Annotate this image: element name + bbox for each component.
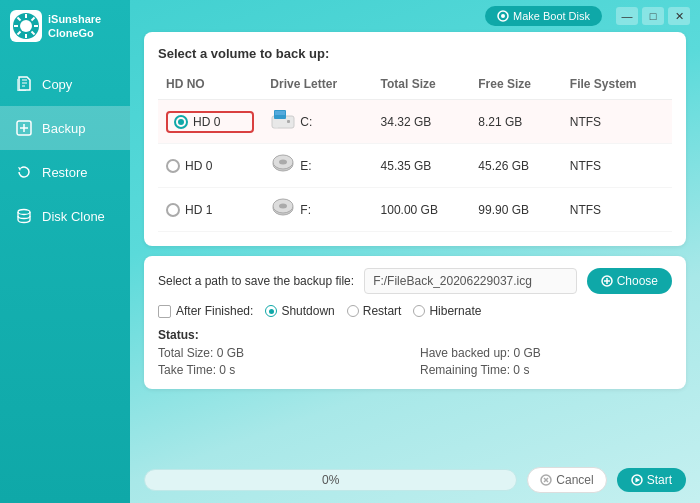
total-size-status: Total Size: 0 GB <box>158 346 410 360</box>
total-size-cell: 34.32 GB <box>373 100 471 144</box>
volume-panel-title: Select a volume to back up: <box>158 46 672 61</box>
status-section: Status: Total Size: 0 GB Have backed up:… <box>158 328 672 377</box>
hd-label: HD 0 <box>193 115 220 129</box>
app-name: iSunshare CloneGo <box>48 12 101 41</box>
start-icon <box>631 474 643 486</box>
drive-label: C: <box>300 115 312 129</box>
fs-cell: NTFS <box>562 144 672 188</box>
sidebar: iSunshare CloneGo Copy Ba <box>0 0 130 503</box>
svg-point-13 <box>18 210 30 215</box>
drive-icon <box>270 196 296 223</box>
total-size-cell: 45.35 GB <box>373 144 471 188</box>
drive-icon <box>270 152 296 179</box>
choose-button[interactable]: Choose <box>587 268 672 294</box>
minimize-button[interactable]: — <box>616 7 638 25</box>
remaining-time-status: Remaining Time: 0 s <box>420 363 672 377</box>
after-finished-label: After Finished: <box>176 304 253 318</box>
boot-disk-label: Make Boot Disk <box>513 10 590 22</box>
restore-icon <box>14 162 34 182</box>
shutdown-option[interactable]: Shutdown <box>265 304 334 318</box>
titlebar: Make Boot Disk — □ ✕ <box>130 0 700 32</box>
start-button[interactable]: Start <box>617 468 686 492</box>
sidebar-item-backup-label: Backup <box>42 121 85 136</box>
close-button[interactable]: ✕ <box>668 7 690 25</box>
total-size-cell: 100.00 GB <box>373 188 471 232</box>
svg-text:⊞: ⊞ <box>274 124 278 130</box>
hd-label: HD 0 <box>185 159 212 173</box>
fs-cell: NTFS <box>562 188 672 232</box>
svg-point-1 <box>20 20 32 32</box>
col-file-system: File System <box>562 73 672 100</box>
restart-radio[interactable] <box>347 305 359 317</box>
sidebar-item-restore-label: Restore <box>42 165 88 180</box>
svg-rect-18 <box>275 111 285 115</box>
drive-letter-cell: ⊞ C: <box>262 100 372 144</box>
make-boot-disk-button[interactable]: Make Boot Disk <box>485 6 602 26</box>
free-size-cell: 8.21 GB <box>470 100 562 144</box>
path-input[interactable] <box>364 268 577 294</box>
cancel-icon <box>540 474 552 486</box>
drive-label: F: <box>300 203 311 217</box>
main-area: Make Boot Disk — □ ✕ Select a volume to … <box>130 0 700 503</box>
table-row[interactable]: HD 0 <box>158 144 672 188</box>
radio-button[interactable] <box>166 159 180 173</box>
svg-point-26 <box>279 204 287 209</box>
free-size-cell: 45.26 GB <box>470 144 562 188</box>
radio-button[interactable] <box>166 203 180 217</box>
progress-area: 0% Cancel Start <box>130 457 700 503</box>
sidebar-item-copy-label: Copy <box>42 77 72 92</box>
disk-clone-icon <box>14 206 34 226</box>
finish-options-group: Shutdown Restart Hibernate <box>265 304 481 318</box>
hibernate-label: Hibernate <box>429 304 481 318</box>
col-free-size: Free Size <box>470 73 562 100</box>
drive-letter-cell: E: <box>262 144 372 188</box>
cancel-label: Cancel <box>556 473 593 487</box>
sidebar-item-backup[interactable]: Backup <box>0 106 130 150</box>
hd-no-cell: HD 0 <box>158 100 262 144</box>
boot-disk-icon <box>497 10 509 22</box>
maximize-button[interactable]: □ <box>642 7 664 25</box>
radio-button[interactable] <box>174 115 188 129</box>
volume-panel: Select a volume to back up: HD NO Drive … <box>144 32 686 246</box>
fs-cell: NTFS <box>562 100 672 144</box>
progress-bar-container: 0% <box>144 469 517 491</box>
sidebar-nav: Copy Backup Restore <box>0 62 130 238</box>
svg-point-15 <box>501 14 505 18</box>
free-size-cell: 99.90 GB <box>470 188 562 232</box>
sidebar-item-copy[interactable]: Copy <box>0 62 130 106</box>
hibernate-radio[interactable] <box>413 305 425 317</box>
take-time-status: Take Time: 0 s <box>158 363 410 377</box>
logo: iSunshare CloneGo <box>0 0 130 52</box>
volume-table: HD NO Drive Letter Total Size Free Size … <box>158 73 672 232</box>
sidebar-item-restore[interactable]: Restore <box>0 150 130 194</box>
svg-rect-19 <box>287 120 290 123</box>
restart-option[interactable]: Restart <box>347 304 402 318</box>
shutdown-radio[interactable] <box>265 305 277 317</box>
drive-icon: ⊞ <box>270 108 296 135</box>
svg-marker-34 <box>635 478 640 483</box>
have-backed-up-status: Have backed up: 0 GB <box>420 346 672 360</box>
col-drive-letter: Drive Letter <box>262 73 372 100</box>
hd-no-cell: HD 0 <box>158 144 262 188</box>
restart-label: Restart <box>363 304 402 318</box>
hibernate-option[interactable]: Hibernate <box>413 304 481 318</box>
progress-percent: 0% <box>322 473 339 487</box>
table-row[interactable]: HD 0 <box>158 100 672 144</box>
sidebar-item-disk-clone[interactable]: Disk Clone <box>0 194 130 238</box>
hd-label: HD 1 <box>185 203 212 217</box>
copy-icon <box>14 74 34 94</box>
choose-label: Choose <box>617 274 658 288</box>
drive-letter-cell: F: <box>262 188 372 232</box>
checkbox[interactable] <box>158 305 171 318</box>
table-row[interactable]: HD 1 <box>158 188 672 232</box>
start-label: Start <box>647 473 672 487</box>
path-label: Select a path to save the backup file: <box>158 274 354 288</box>
col-total-size: Total Size <box>373 73 471 100</box>
cancel-button[interactable]: Cancel <box>527 467 606 493</box>
choose-icon <box>601 275 613 287</box>
status-grid: Total Size: 0 GB Have backed up: 0 GB Ta… <box>158 346 672 377</box>
status-title: Status: <box>158 328 672 342</box>
after-finished-checkbox[interactable]: After Finished: <box>158 304 253 318</box>
backup-icon <box>14 118 34 138</box>
sidebar-item-disk-clone-label: Disk Clone <box>42 209 105 224</box>
